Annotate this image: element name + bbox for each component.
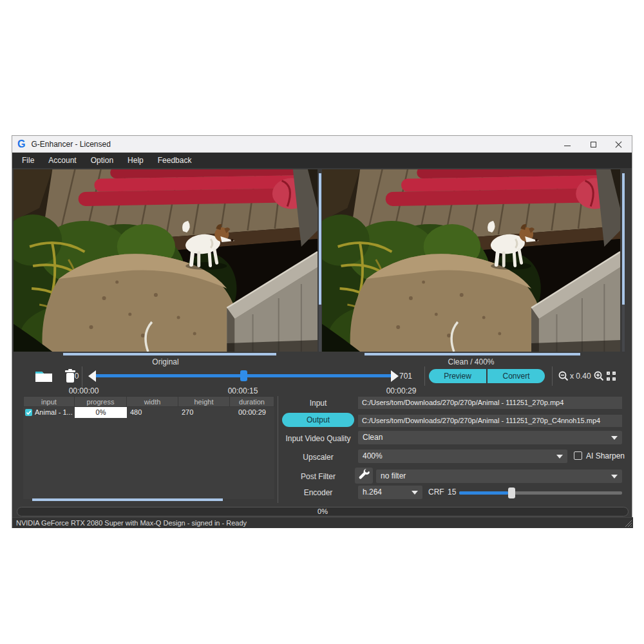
file-name: Animal - 1... (35, 407, 73, 418)
menu-feedback[interactable]: Feedback (151, 153, 199, 168)
open-file-button[interactable] (34, 368, 53, 384)
post-filter-label: Post Filter (282, 472, 354, 481)
chevron-down-icon (611, 436, 618, 440)
quality-label: Input Video Quality (282, 434, 354, 443)
maximize-button[interactable] (580, 136, 606, 153)
close-button[interactable] (606, 136, 632, 153)
zoom-in-button[interactable] (594, 371, 604, 381)
output-button[interactable]: Output (282, 413, 354, 427)
upscaler-dropdown[interactable]: 400% (358, 450, 567, 463)
step-back-icon[interactable] (88, 370, 96, 382)
step-forward-icon[interactable] (391, 370, 399, 382)
scrollbar-thumb[interactable] (319, 173, 321, 305)
fullscreen-icon (607, 377, 610, 381)
menu-option[interactable]: Option (84, 153, 120, 168)
column-header-input[interactable]: input (23, 396, 75, 407)
table-row[interactable]: Animal - 1... 0% 480 270 00:00:29 (23, 407, 274, 418)
convert-button[interactable]: Convert (488, 369, 545, 383)
minimize-icon (564, 146, 571, 146)
fullscreen-icon (607, 372, 610, 375)
crf-slider-fill (459, 491, 508, 495)
ai-sharpen-checkbox[interactable] (574, 451, 582, 460)
resize-grip[interactable] (624, 519, 632, 527)
column-header-width[interactable]: width (127, 396, 178, 407)
timestamp-current: 00:00:15 (223, 386, 263, 395)
chevron-down-icon (412, 491, 418, 495)
column-header-height[interactable]: height (178, 396, 230, 407)
vertical-scrollbar-right-pane[interactable] (622, 173, 625, 352)
table-header-row: input progress width height duration (23, 396, 274, 407)
horizontal-scrollbar-left-pane[interactable] (63, 353, 276, 355)
timeline-end-frame: 701 (399, 372, 421, 381)
input-path-field[interactable]: C:/Users/tom/Downloads/270p/270p/Animal … (358, 397, 622, 409)
ai-sharpen-label: AI Sharpen (586, 451, 625, 460)
column-header-progress[interactable]: progress (75, 396, 127, 407)
quality-value: Clean (363, 433, 383, 442)
post-filter-value: no filter (381, 471, 406, 480)
upscaler-value: 400% (363, 451, 383, 460)
timeline-slider[interactable] (96, 374, 391, 377)
original-pane-label: Original (14, 357, 317, 366)
minimize-button[interactable] (554, 136, 580, 153)
cell-input: Animal - 1... (23, 407, 75, 418)
column-header-duration[interactable]: duration (230, 396, 274, 407)
chevron-down-icon (556, 455, 563, 459)
menu-help[interactable]: Help (120, 153, 151, 168)
timestamp-end: 00:00:29 (381, 386, 421, 395)
timestamp-start: 00:00:00 (64, 386, 104, 395)
fullscreen-button[interactable] (607, 372, 616, 381)
maximize-icon (591, 142, 596, 147)
crf-value: 15 (448, 488, 456, 497)
fullscreen-icon (612, 372, 616, 375)
output-path-field[interactable]: C:/Users/tom/Downloads/270p/270p/Animal … (358, 415, 622, 427)
scrollbar-thumb[interactable] (622, 173, 625, 305)
desktop: G G-Enhancer - Licensed File Account Opt… (0, 0, 644, 644)
app-logo-icon: G (17, 139, 25, 149)
post-filter-dropdown[interactable]: no filter (376, 469, 622, 483)
crf-slider[interactable] (459, 491, 622, 495)
status-text: NVIDIA GeForce RTX 2080 Super with Max-Q… (12, 518, 633, 528)
vertical-scrollbar-left-pane[interactable] (319, 173, 321, 352)
table-horizontal-scrollbar[interactable] (32, 498, 223, 501)
fullscreen-icon (612, 377, 616, 381)
check-icon (25, 409, 32, 416)
zoom-out-button[interactable] (558, 371, 569, 381)
close-icon (616, 141, 622, 147)
original-video-preview[interactable] (14, 169, 317, 352)
encoder-dropdown[interactable]: h.264 (358, 486, 422, 499)
input-label: Input (282, 399, 354, 408)
title-bar[interactable]: G G-Enhancer - Licensed (12, 136, 632, 153)
panel-divider (278, 396, 278, 503)
horizontal-scrollbar-right-pane[interactable] (365, 353, 580, 355)
window-title: G-Enhancer - Licensed (31, 140, 110, 149)
enhanced-pane-label: Clean / 400% (322, 357, 620, 366)
menu-bar: File Account Option Help Feedback (12, 153, 632, 168)
quality-dropdown[interactable]: Clean (358, 431, 622, 444)
cell-progress: 0% (75, 407, 127, 418)
enhanced-video-preview[interactable] (322, 169, 620, 352)
crf-label: CRF (428, 488, 444, 497)
upscaler-label: Upscaler (282, 453, 354, 462)
cell-duration: 00:00:29 (230, 407, 274, 418)
divider (424, 366, 425, 386)
overall-progress-bar: 0% (17, 507, 629, 516)
file-queue-table: input progress width height duration Ani… (23, 396, 274, 499)
folder-icon (34, 368, 53, 384)
encoder-value: h.264 (363, 488, 382, 497)
cell-height: 270 (178, 407, 230, 418)
row-checkbox-checked[interactable] (25, 409, 32, 416)
zoom-out-icon (558, 371, 569, 381)
timeline-slider-handle[interactable] (240, 370, 247, 381)
filter-settings-button[interactable] (355, 468, 373, 484)
menu-account[interactable]: Account (41, 153, 83, 168)
preview-button[interactable]: Preview (429, 369, 486, 383)
crf-slider-handle[interactable] (508, 488, 515, 498)
divider (552, 366, 553, 386)
encoder-label: Encoder (282, 488, 354, 497)
window-controls (554, 136, 632, 153)
status-bar: NVIDIA GeForce RTX 2080 Super with Max-Q… (12, 517, 633, 528)
chevron-down-icon (611, 475, 618, 478)
timeline-start-frame: 0 (69, 372, 84, 381)
menu-file[interactable]: File (15, 153, 41, 168)
zoom-in-icon (594, 371, 604, 381)
